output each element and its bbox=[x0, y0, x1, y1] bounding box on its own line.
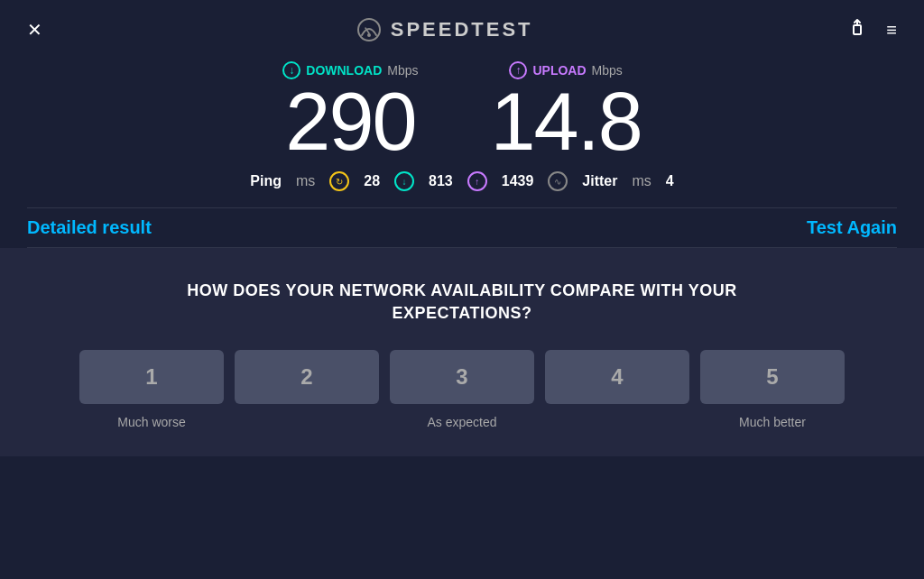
ping-icon: ↻ bbox=[329, 171, 349, 191]
ping-main-value: 28 bbox=[364, 173, 380, 189]
app-title: SPEEDTEST bbox=[391, 18, 533, 41]
ping-row: Ping ms ↻ 28 ↓ 813 ↑ 1439 ∿ Jitter ms 4 bbox=[27, 171, 897, 191]
header-center: SPEEDTEST bbox=[356, 17, 533, 42]
svg-rect-3 bbox=[854, 25, 861, 34]
rating-label-empty-4 bbox=[545, 415, 689, 429]
rating-row: 1 2 3 4 5 bbox=[36, 350, 888, 404]
ping-dl-value: 813 bbox=[429, 173, 453, 189]
header-actions: ≡ bbox=[846, 16, 897, 43]
app-header: ✕ SPEEDTEST ≡ bbox=[27, 16, 897, 43]
rating-button-3[interactable]: 3 bbox=[390, 350, 534, 404]
test-again-link[interactable]: Test Again bbox=[807, 217, 897, 238]
action-row: Detailed result Test Again bbox=[27, 207, 897, 248]
rating-label-empty-2 bbox=[235, 415, 379, 429]
speedometer-icon bbox=[356, 17, 382, 42]
detailed-result-link[interactable]: Detailed result bbox=[27, 217, 152, 238]
ping-label: Ping bbox=[250, 173, 282, 189]
rating-labels: Much worse As expected Much better bbox=[36, 415, 888, 429]
rating-label-much-worse: Much worse bbox=[79, 415, 224, 429]
rating-label-as-expected: As expected bbox=[390, 415, 534, 429]
jitter-unit: ms bbox=[632, 173, 651, 189]
download-value: 290 bbox=[282, 81, 418, 162]
ping-download-icon: ↓ bbox=[394, 171, 414, 191]
metrics-row: ↓ DOWNLOAD Mbps 290 ↑ UPLOAD Mbps 14.8 bbox=[27, 61, 897, 162]
survey-question: HOW DOES YOUR NETWORK AVAILABILITY COMPA… bbox=[36, 280, 888, 325]
upload-block: ↑ UPLOAD Mbps 14.8 bbox=[491, 61, 642, 162]
share-icon[interactable] bbox=[846, 16, 868, 43]
jitter-label: Jitter bbox=[582, 173, 617, 189]
rating-button-2[interactable]: 2 bbox=[235, 350, 379, 404]
survey-section: HOW DOES YOUR NETWORK AVAILABILITY COMPA… bbox=[0, 248, 924, 456]
ping-upload-icon: ↑ bbox=[467, 171, 487, 191]
jitter-icon: ∿ bbox=[548, 171, 568, 191]
jitter-value: 4 bbox=[666, 173, 674, 189]
rating-button-1[interactable]: 1 bbox=[79, 350, 224, 404]
rating-label-much-better: Much better bbox=[700, 415, 845, 429]
menu-icon[interactable]: ≡ bbox=[886, 20, 897, 41]
rating-button-5[interactable]: 5 bbox=[700, 350, 845, 404]
ping-unit: ms bbox=[296, 173, 315, 189]
rating-button-4[interactable]: 4 bbox=[545, 350, 689, 404]
ping-ul-value: 1439 bbox=[502, 173, 534, 189]
download-block: ↓ DOWNLOAD Mbps 290 bbox=[282, 61, 418, 162]
close-icon[interactable]: ✕ bbox=[27, 19, 42, 41]
upload-value: 14.8 bbox=[491, 81, 642, 162]
